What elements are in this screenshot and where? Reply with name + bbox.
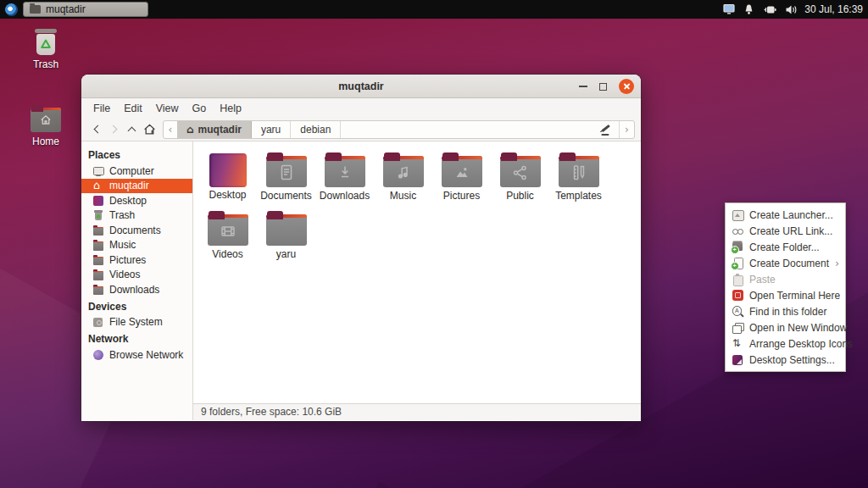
taskbar-window-label: muqtadir <box>46 3 86 15</box>
menu-item-create-launcher[interactable]: Create Launcher... <box>726 207 845 223</box>
menu-go[interactable]: Go <box>186 100 214 117</box>
bell-icon[interactable] <box>743 3 754 15</box>
desktop-wallpaper-icon <box>93 196 103 206</box>
top-panel: muqtadir 30 Jul, 16:39 <box>0 0 868 19</box>
toolbar: ‹ ⌂ muqtadir yaru debian › <box>81 118 641 141</box>
breadcrumb-yaru[interactable]: yaru <box>252 121 291 138</box>
window-controls <box>579 75 634 98</box>
clock[interactable]: 30 Jul, 16:39 <box>804 3 863 15</box>
file-templates[interactable]: Templates <box>550 152 607 202</box>
menu-item-arrange-desktop-icons[interactable]: Arrange Desktop Icons <box>726 336 845 352</box>
launcher-icon <box>732 209 743 221</box>
status-bar: 9 folders, Free space: 10.6 GiB <box>193 403 641 420</box>
menubar: File Edit View Go Help <box>81 98 641 118</box>
url-link-icon <box>732 225 743 237</box>
file-public[interactable]: Public <box>492 152 548 202</box>
sidebar-item-browse-network[interactable]: Browse Network <box>81 347 192 363</box>
battery-icon[interactable] <box>762 4 777 15</box>
sidebar-item-videos[interactable]: Videos <box>81 268 192 283</box>
drive-icon <box>92 317 104 328</box>
up-button[interactable] <box>123 120 141 139</box>
file-pictures[interactable]: Pictures <box>433 152 490 202</box>
desktop-icon-label: Trash <box>19 58 73 70</box>
network-header: Network <box>81 330 192 347</box>
taskbar-window-button[interactable]: muqtadir <box>23 2 148 17</box>
distro-logo-icon[interactable] <box>5 3 18 16</box>
wallpaper-tile-icon <box>209 153 247 187</box>
desktop-icon-label: Home <box>19 136 73 147</box>
titlebar[interactable]: muqtadir <box>81 75 641 98</box>
sidebar-item-computer[interactable]: Computer <box>81 164 192 179</box>
display-icon[interactable] <box>722 3 736 15</box>
home-button[interactable] <box>141 120 159 139</box>
file-yaru[interactable]: yaru <box>258 211 314 260</box>
menu-item-desktop-settings[interactable]: Desktop Settings... <box>726 352 845 368</box>
arrange-icons-icon <box>732 338 743 350</box>
path-scroll-right-icon[interactable]: › <box>619 121 634 138</box>
path-bar: ‹ ⌂ muqtadir yaru debian › <box>163 120 635 139</box>
sidebar-item-file-system[interactable]: File System <box>81 315 192 330</box>
close-icon[interactable] <box>619 79 634 94</box>
menu-file[interactable]: File <box>86 100 117 117</box>
forward-button[interactable] <box>105 120 123 139</box>
menu-edit[interactable]: Edit <box>117 100 149 117</box>
file-music[interactable]: Music <box>375 152 431 202</box>
volume-icon[interactable] <box>785 4 798 15</box>
menu-help[interactable]: Help <box>213 100 248 117</box>
sidebar-item-desktop[interactable]: Desktop <box>81 193 192 208</box>
folder-icon <box>92 225 104 236</box>
sidebar-item-pictures[interactable]: Pictures <box>81 252 192 268</box>
menu-item-open-terminal-here[interactable]: Open Terminal Here <box>726 287 845 303</box>
desktop-icon-home[interactable]: Home <box>19 105 73 147</box>
window-title: muqtadir <box>81 80 641 92</box>
home-folder-icon <box>31 105 61 133</box>
places-header: Places <box>81 146 192 164</box>
file-view[interactable]: Desktop Documents Downloads <box>193 141 641 420</box>
file-manager-window: muqtadir File Edit View Go Help ‹ <box>81 75 641 421</box>
menu-item-create-url-link[interactable]: Create URL Link... <box>726 223 845 239</box>
folder-icon <box>92 254 104 265</box>
sidebar-item-muqtadir[interactable]: muqtadir <box>81 179 192 194</box>
trash-icon <box>92 210 104 221</box>
menu-item-paste[interactable]: Paste <box>726 271 845 287</box>
file-grid: Desktop Documents Downloads <box>193 141 641 260</box>
folder-share-icon <box>500 152 541 188</box>
new-window-icon <box>732 322 743 334</box>
submenu-chevron-icon: › <box>835 258 839 269</box>
maximize-icon[interactable] <box>599 83 607 91</box>
folder-music-icon <box>383 152 424 188</box>
breadcrumb-debian[interactable]: debian <box>291 121 341 138</box>
folder-icon <box>30 5 41 14</box>
folder-template-icon <box>559 152 599 188</box>
folder-download-icon <box>325 152 365 188</box>
file-downloads[interactable]: Downloads <box>316 152 373 202</box>
globe-icon <box>93 350 103 360</box>
sidebar: Places Computer muqtadir Desktop Trash <box>81 141 193 420</box>
desktop-context-menu: Create Launcher... Create URL Link... Cr… <box>725 202 846 372</box>
menu-item-create-document[interactable]: Create Document › <box>726 255 845 271</box>
menu-item-open-in-new-window[interactable]: Open in New Window <box>726 319 845 336</box>
menu-item-create-folder[interactable]: Create Folder... <box>726 239 845 255</box>
breadcrumb-muqtadir[interactable]: ⌂ muqtadir <box>177 121 252 138</box>
menu-item-find-in-this-folder[interactable]: Find in this folder <box>726 303 845 319</box>
back-button[interactable] <box>87 120 105 139</box>
desktop-icon-trash[interactable]: Trash <box>19 29 73 70</box>
sidebar-item-downloads[interactable]: Downloads <box>81 282 192 297</box>
path-scroll-left-icon[interactable]: ‹ <box>164 124 177 136</box>
home-icon: ⌂ <box>186 125 194 135</box>
menu-view[interactable]: View <box>149 100 186 117</box>
file-desktop[interactable]: Desktop <box>199 152 256 202</box>
file-documents[interactable]: Documents <box>258 152 314 202</box>
computer-icon <box>92 165 104 176</box>
home-icon <box>143 123 156 136</box>
sidebar-item-music[interactable]: Music <box>81 238 192 253</box>
new-document-icon <box>732 258 743 269</box>
edit-path-icon[interactable] <box>601 125 609 132</box>
sidebar-item-trash[interactable]: Trash <box>81 208 192 224</box>
desktop[interactable]: muqtadir 30 Jul, 16:39 Trash Home muqtad… <box>0 0 868 488</box>
minimize-icon[interactable] <box>579 86 587 87</box>
find-icon <box>732 306 743 318</box>
file-videos[interactable]: Videos <box>199 211 256 260</box>
paste-icon <box>732 274 743 286</box>
sidebar-item-documents[interactable]: Documents <box>81 223 192 238</box>
